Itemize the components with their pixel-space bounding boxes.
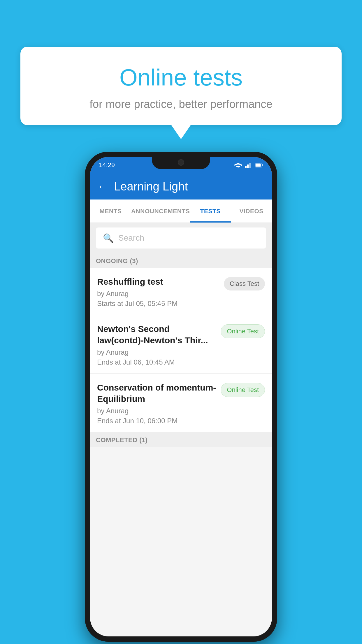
tab-announcements[interactable]: ANNOUNCEMENTS: [131, 200, 190, 223]
test-content-3: Conservation of momentum-Equilibrium by …: [97, 382, 216, 425]
phone-mockup: 14:29: [85, 152, 277, 642]
phone-outer: 14:29: [85, 152, 277, 642]
test-by-1: by Anurag: [97, 290, 219, 298]
test-name-2: Newton's Second law(contd)-Newton's Thir…: [97, 323, 216, 346]
test-list: Reshuffling test by Anurag Starts at Jul…: [90, 268, 272, 432]
svg-rect-5: [256, 164, 261, 167]
completed-section-label: COMPLETED (1): [90, 432, 272, 447]
ongoing-section-label: ONGOING (3): [90, 253, 272, 268]
test-item-3[interactable]: Conservation of momentum-Equilibrium by …: [90, 374, 272, 432]
app-bar: ← Learning Light: [90, 173, 272, 200]
svg-rect-3: [249, 163, 251, 168]
search-container: 🔍 Search: [90, 223, 272, 253]
app-title: Learning Light: [114, 180, 188, 193]
phone-screen: 14:29: [90, 157, 272, 636]
test-time-2: Ends at Jul 06, 10:45 AM: [97, 358, 216, 366]
test-badge-1: Class Test: [224, 277, 265, 290]
signal-icon: [245, 162, 252, 168]
svg-rect-1: [245, 166, 247, 168]
tab-ments[interactable]: MENTS: [90, 200, 131, 223]
phone-camera: [178, 159, 184, 166]
status-time: 14:29: [99, 161, 115, 169]
svg-point-0: [238, 167, 239, 168]
back-button[interactable]: ←: [97, 180, 108, 193]
search-box[interactable]: 🔍 Search: [96, 228, 266, 249]
test-by-3: by Anurag: [97, 407, 216, 415]
test-content-2: Newton's Second law(contd)-Newton's Thir…: [97, 323, 216, 366]
svg-rect-6: [262, 164, 263, 166]
status-icons: [234, 162, 263, 168]
bubble-title: Online tests: [32, 64, 330, 91]
test-badge-2: Online Test: [221, 324, 265, 338]
test-time-1: Starts at Jul 05, 05:45 PM: [97, 300, 219, 308]
wifi-icon: [234, 162, 242, 168]
phone-notch: [152, 157, 210, 169]
test-time-3: Ends at Jun 10, 06:00 PM: [97, 417, 216, 425]
tab-videos[interactable]: VIDEOS: [231, 200, 272, 223]
test-name-3: Conservation of momentum-Equilibrium: [97, 382, 216, 405]
tab-tests[interactable]: TESTS: [190, 200, 231, 223]
test-by-2: by Anurag: [97, 348, 216, 356]
test-badge-3: Online Test: [221, 383, 265, 397]
speech-bubble: Online tests for more practice, better p…: [20, 47, 342, 125]
test-item-2[interactable]: Newton's Second law(contd)-Newton's Thir…: [90, 315, 272, 374]
bubble-subtitle: for more practice, better performance: [32, 98, 330, 111]
battery-icon: [255, 162, 263, 168]
svg-rect-2: [247, 164, 249, 168]
test-item-1[interactable]: Reshuffling test by Anurag Starts at Jul…: [90, 268, 272, 315]
test-name-1: Reshuffling test: [97, 276, 219, 287]
search-icon: 🔍: [103, 233, 114, 243]
test-content-1: Reshuffling test by Anurag Starts at Jul…: [97, 276, 219, 308]
tabs-bar: MENTS ANNOUNCEMENTS TESTS VIDEOS: [90, 200, 272, 223]
search-placeholder: Search: [118, 233, 144, 243]
